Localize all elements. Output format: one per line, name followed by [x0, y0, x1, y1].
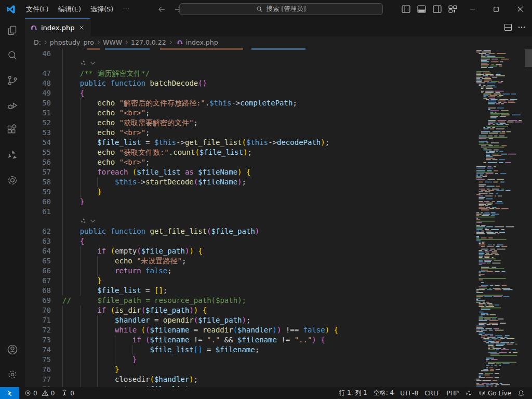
pinwheel-extension-icon[interactable]	[0, 143, 25, 168]
indent-guide	[62, 335, 63, 345]
code-line[interactable]: 62public function get_file_list($file_pa…	[25, 227, 475, 236]
indent-guide	[80, 256, 81, 266]
code-line[interactable]: 64if (empty($file_path)) {	[25, 246, 475, 256]
code-line[interactable]: 65echo "未设置路径";	[25, 256, 475, 266]
code-line[interactable]: 67}	[25, 276, 475, 286]
editor-scrollbar[interactable]	[525, 48, 532, 387]
tab-index-php[interactable]: index.php	[25, 18, 90, 36]
code-line[interactable]: 70if (is_dir($file_path)) {	[25, 305, 475, 315]
chevron-down-icon	[89, 218, 96, 224]
breadcrumb-item[interactable]: 127.0.0.22	[131, 38, 166, 46]
problems-indicator[interactable]: 0 0	[21, 387, 58, 399]
source-control-icon[interactable]	[0, 68, 25, 93]
menu-selection[interactable]: 选择(S)	[86, 3, 118, 16]
close-window-button[interactable]	[508, 0, 532, 18]
language-mode[interactable]: PHP	[444, 387, 462, 399]
code-line[interactable]: 73if ($filename != "." && $filename != "…	[25, 335, 475, 345]
line-number: 74	[25, 345, 51, 355]
code-line[interactable]: 52echo "获取需要解密的文件";	[25, 118, 475, 128]
code-line[interactable]: 60}	[25, 197, 475, 207]
remote-indicator[interactable]	[0, 387, 19, 399]
breadcrumb-item[interactable]: D:	[34, 38, 41, 46]
code-line[interactable]: 46	[25, 49, 475, 59]
indent-guide	[62, 69, 63, 78]
run-debug-icon[interactable]	[0, 93, 25, 118]
encoding-setting[interactable]: UTF-8	[397, 387, 421, 399]
line-number: 77	[25, 375, 51, 384]
indent-guide	[62, 59, 63, 69]
code-editor[interactable]: 4647/** 遍历解密文件*/48public function batchD…	[25, 48, 532, 387]
code-line[interactable]: 75}	[25, 355, 475, 365]
command-center-search[interactable]: 搜索 [管理员]	[179, 3, 383, 15]
breadcrumb-item[interactable]: phpstudy_pro	[50, 38, 94, 46]
ai-codelens-button[interactable]	[80, 218, 96, 224]
line-number: 52	[25, 118, 51, 128]
menu-more[interactable]: ···	[118, 3, 134, 16]
code-line[interactable]: 48public function batchDecode()	[25, 78, 475, 88]
code-line[interactable]: 54$file_list = $this->get_file_list($thi…	[25, 138, 475, 148]
code-line[interactable]: 47/** 遍历解密文件*/	[25, 69, 475, 78]
indent-guide	[62, 157, 63, 167]
eol-setting[interactable]: CRLF	[421, 387, 443, 399]
indent-guide	[80, 315, 81, 325]
code-line[interactable]: 66return false;	[25, 266, 475, 276]
code-line[interactable]: 59}	[25, 187, 475, 197]
line-number: 56	[25, 157, 51, 167]
code-line[interactable]: 76}	[25, 365, 475, 375]
indent-guide	[62, 88, 63, 98]
code-line[interactable]: 58$this->startDecode($fileName);	[25, 177, 475, 187]
ai-codelens-button[interactable]	[80, 60, 96, 66]
indent-guide	[97, 177, 98, 187]
toggle-primary-sidebar-button[interactable]	[398, 3, 413, 16]
tab-close-icon[interactable]	[77, 23, 86, 32]
account-icon[interactable]	[0, 337, 25, 362]
more-actions-button[interactable]	[517, 23, 526, 31]
minimap[interactable]	[475, 48, 525, 387]
code-line[interactable]: 49{	[25, 88, 475, 98]
notifications-bell-icon[interactable]	[514, 387, 528, 399]
code-line[interactable]: 56echo "<br>";	[25, 157, 475, 167]
navigate-back-button[interactable]	[156, 4, 167, 15]
code-line[interactable]: 69// $file_path = resource_path($path);	[25, 296, 475, 305]
indent-guide	[132, 345, 133, 355]
customize-layout-button[interactable]	[445, 3, 460, 16]
ports-indicator[interactable]: 0	[58, 387, 77, 399]
menu-file[interactable]: 文件(F)	[21, 3, 54, 16]
openai-extension-icon[interactable]	[0, 168, 25, 193]
code-line[interactable]: 74$file_list[] = $filename;	[25, 345, 475, 355]
minimize-button[interactable]	[460, 0, 484, 18]
breadcrumb-item[interactable]: WWW	[103, 38, 122, 46]
search-icon[interactable]	[0, 43, 25, 68]
code-line[interactable]: 68$file_list = [];	[25, 286, 475, 296]
code-line[interactable]: 72while (($filename = readdir($handler))…	[25, 325, 475, 335]
code-line[interactable]: 57foreach ($file_list as $fileName) {	[25, 167, 475, 177]
scrollbar-thumb[interactable]	[525, 49, 532, 67]
maximize-button[interactable]	[484, 0, 508, 18]
line-number: 65	[25, 256, 51, 266]
code-line[interactable]: 63{	[25, 236, 475, 246]
code-line[interactable]: 53echo "<br>";	[25, 128, 475, 138]
indent-guide	[62, 187, 63, 197]
indent-guide	[97, 266, 98, 276]
code-line[interactable]: 77closedir($handler);	[25, 375, 475, 384]
menu-edit[interactable]: 编辑(E)	[54, 3, 86, 16]
indentation-setting[interactable]: 空格: 4	[370, 387, 397, 399]
pinwheel-extension-status-icon[interactable]	[462, 387, 475, 399]
go-live-button[interactable]: Go Live	[475, 387, 514, 399]
code-line[interactable]: 51echo "<br>";	[25, 108, 475, 118]
cursor-position[interactable]: 行 1, 列 1	[336, 387, 370, 399]
indent-guide	[62, 227, 63, 236]
breadcrumb-item[interactable]: index.php	[186, 38, 218, 46]
toggle-panel-button[interactable]	[414, 3, 429, 16]
extensions-icon[interactable]	[0, 118, 25, 143]
toggle-secondary-sidebar-button[interactable]	[430, 3, 444, 16]
settings-gear-icon[interactable]	[0, 362, 25, 387]
files-icon[interactable]	[0, 18, 25, 43]
code-line[interactable]: 55echo "获取文件数:".count($file_list);	[25, 148, 475, 157]
vscode-window: 文件(F)编辑(E)选择(S)··· 搜索 [管理员]	[0, 0, 532, 399]
code-line[interactable]: 71$handler = opendir($file_path);	[25, 315, 475, 325]
indent-guide	[80, 118, 81, 128]
split-editor-button[interactable]	[504, 23, 512, 31]
code-line[interactable]: 50echo "解密后的文件存放路径:".$this->completePath…	[25, 98, 475, 108]
code-line[interactable]: 61	[25, 207, 475, 217]
